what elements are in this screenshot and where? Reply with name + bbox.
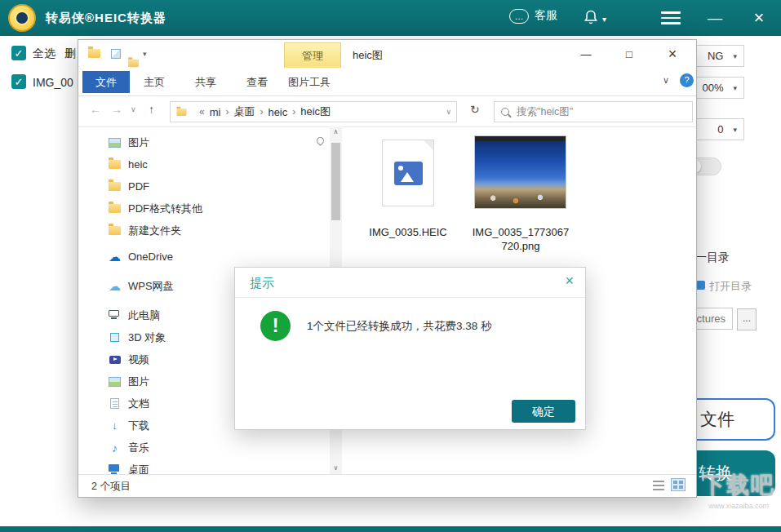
file-name[interactable]: IMG_0035_1773067720.png bbox=[470, 226, 571, 254]
breadcrumb-item[interactable]: 桌面 bbox=[233, 104, 255, 119]
tab-share[interactable]: 共享 bbox=[195, 75, 216, 90]
file-name[interactable]: IMG_0035.HEIC bbox=[356, 226, 460, 240]
app-logo-icon bbox=[8, 4, 36, 32]
notifications-button[interactable]: ▾ bbox=[584, 10, 606, 29]
open-dir-link[interactable]: 打开目录 bbox=[709, 279, 752, 294]
dialog-close-icon[interactable]: × bbox=[565, 273, 574, 290]
caret-down-icon: ▾ bbox=[602, 15, 606, 24]
check-icon: ✓ bbox=[15, 76, 24, 88]
file-thumbnail-png[interactable] bbox=[474, 135, 566, 209]
sidebar-item-onedrive[interactable]: ☁ OneDrive bbox=[108, 246, 323, 268]
qat-customize-caret-icon[interactable]: ▾ bbox=[143, 50, 147, 58]
item-count: 2 个项目 bbox=[91, 480, 131, 494]
explorer-close-button[interactable]: × bbox=[653, 40, 692, 68]
app-close-button[interactable]: × bbox=[743, 0, 775, 36]
sidebar-item-label: 图片 bbox=[128, 375, 149, 389]
sidebar-item-pictures-pinned[interactable]: 图片 bbox=[108, 131, 323, 153]
file-icon-heic[interactable] bbox=[382, 140, 434, 206]
videos-icon bbox=[109, 356, 121, 364]
success-icon: ! bbox=[260, 311, 291, 341]
menu-button[interactable] bbox=[661, 11, 681, 28]
browse-button[interactable]: ... bbox=[737, 308, 757, 330]
sidebar-item-pdf-convert[interactable]: PDF格式转其他 bbox=[108, 197, 323, 219]
search-placeholder: 搜索"heic图" bbox=[517, 105, 573, 119]
select-all-label[interactable]: 全选 bbox=[33, 47, 55, 61]
explorer-minimize-button[interactable]: — bbox=[566, 40, 606, 68]
sidebar-item-label: 下载 bbox=[128, 419, 149, 433]
folder-icon bbox=[109, 182, 121, 191]
tab-file[interactable]: 文件 bbox=[82, 71, 130, 93]
breadcrumb-item[interactable]: heic bbox=[268, 106, 287, 118]
breadcrumb-separator-icon: › bbox=[260, 106, 263, 117]
scrollbar-thumb[interactable] bbox=[331, 143, 340, 220]
sidebar-item-label: 3D 对象 bbox=[128, 330, 166, 345]
qat-properties-icon[interactable] bbox=[111, 49, 121, 59]
sidebar-item-heic[interactable]: heic bbox=[108, 153, 323, 175]
address-bar[interactable]: « mi › 桌面 › heic › heic图 ∨ bbox=[170, 101, 457, 122]
dialog-message: 1个文件已经转换成功，共花费3.38 秒 bbox=[307, 319, 492, 334]
pictures-icon bbox=[109, 138, 121, 148]
sidebar-item-label: PDF bbox=[128, 180, 149, 193]
sidebar-item-label: PDF格式转其他 bbox=[128, 202, 202, 216]
scroll-up-icon[interactable]: ∧ bbox=[330, 126, 342, 138]
address-folder-icon bbox=[177, 109, 187, 116]
details-view-icon[interactable] bbox=[653, 481, 664, 490]
sidebar-item-label: WPS网盘 bbox=[128, 279, 174, 294]
message-dialog: 提示 × ! 1个文件已经转换成功，共花费3.38 秒 确定 bbox=[234, 267, 586, 430]
customer-service-label: 客服 bbox=[535, 8, 557, 23]
breadcrumb-item[interactable]: mi bbox=[210, 106, 221, 118]
delete-label[interactable]: 删 bbox=[64, 47, 76, 61]
add-file-label: 文件 bbox=[700, 400, 734, 439]
breadcrumb-item[interactable]: heic图 bbox=[300, 104, 331, 119]
caret-down-icon: ▾ bbox=[733, 126, 737, 134]
refresh-icon[interactable]: ↻ bbox=[470, 103, 480, 116]
ok-button[interactable]: 确定 bbox=[512, 400, 575, 423]
file-row-label: IMG_00 bbox=[33, 76, 73, 89]
up-icon[interactable]: ↑ bbox=[149, 103, 154, 116]
onedrive-cloud-icon: ☁ bbox=[108, 250, 122, 263]
app-bottom-bar bbox=[0, 526, 781, 532]
music-icon: ♪ bbox=[108, 441, 122, 454]
sidebar-item-music[interactable]: ♪ 音乐 bbox=[108, 437, 323, 459]
explorer-window-title: heic图 bbox=[353, 48, 383, 63]
search-input[interactable]: 搜索"heic图" bbox=[494, 101, 693, 122]
app-minimize-button[interactable]: — bbox=[699, 0, 731, 36]
wps-cloud-icon: ☁ bbox=[108, 280, 122, 292]
tab-manage[interactable]: 管理 bbox=[284, 42, 341, 69]
caret-down-icon: ▾ bbox=[733, 52, 737, 60]
select-all-checkbox[interactable]: ✓ bbox=[11, 46, 26, 60]
watermark-url: www.xiazaiba.com bbox=[697, 502, 780, 510]
sidebar-item-label: 图片 bbox=[128, 135, 149, 150]
recent-caret-icon[interactable]: ∨ bbox=[131, 105, 136, 113]
help-icon[interactable]: ? bbox=[680, 73, 694, 87]
address-toolbar: ← → ∨ ↑ « mi › 桌面 › heic › heic图 ∨ ↻ 搜索"… bbox=[78, 96, 696, 127]
sidebar-item-pdf[interactable]: PDF bbox=[108, 175, 323, 197]
qat-newfolder-icon[interactable] bbox=[128, 60, 139, 67]
sidebar-item-label: 音乐 bbox=[128, 441, 149, 455]
folder-icon bbox=[109, 160, 121, 169]
tab-picture-tools[interactable]: 图片工具 bbox=[288, 75, 331, 90]
app-title: 转易侠®HEIC转换器 bbox=[46, 11, 166, 26]
scroll-down-icon[interactable]: ∨ bbox=[330, 463, 342, 474]
customer-service-button[interactable]: … 客服 bbox=[509, 7, 557, 24]
tab-home[interactable]: 主页 bbox=[144, 75, 165, 90]
ribbon-expand-icon[interactable]: ∨ bbox=[663, 75, 669, 86]
image-glyph-icon bbox=[394, 162, 423, 185]
explorer-maximize-button[interactable]: □ bbox=[610, 40, 649, 68]
folder-icon bbox=[109, 204, 121, 213]
pictures-icon bbox=[109, 377, 121, 387]
back-icon[interactable]: ← bbox=[90, 103, 101, 116]
forward-icon[interactable]: → bbox=[111, 103, 122, 116]
app-titlebar: 转易侠®HEIC转换器 … 客服 ▾ — × bbox=[0, 0, 781, 36]
sidebar-item-label: 视频 bbox=[128, 352, 149, 367]
file-row-checkbox[interactable]: ✓ bbox=[11, 74, 26, 89]
sidebar-item-new-folder[interactable]: 新建文件夹 bbox=[108, 219, 323, 242]
thumbnail-view-icon[interactable] bbox=[671, 478, 686, 491]
breadcrumb-separator-icon: › bbox=[292, 106, 295, 117]
documents-icon bbox=[110, 398, 119, 409]
tab-view[interactable]: 查看 bbox=[246, 75, 268, 90]
downloads-icon: ↓ bbox=[108, 419, 122, 432]
chat-dots: … bbox=[515, 12, 524, 20]
quality-value: 00% bbox=[702, 82, 723, 94]
address-caret-icon[interactable]: ∨ bbox=[446, 108, 451, 116]
